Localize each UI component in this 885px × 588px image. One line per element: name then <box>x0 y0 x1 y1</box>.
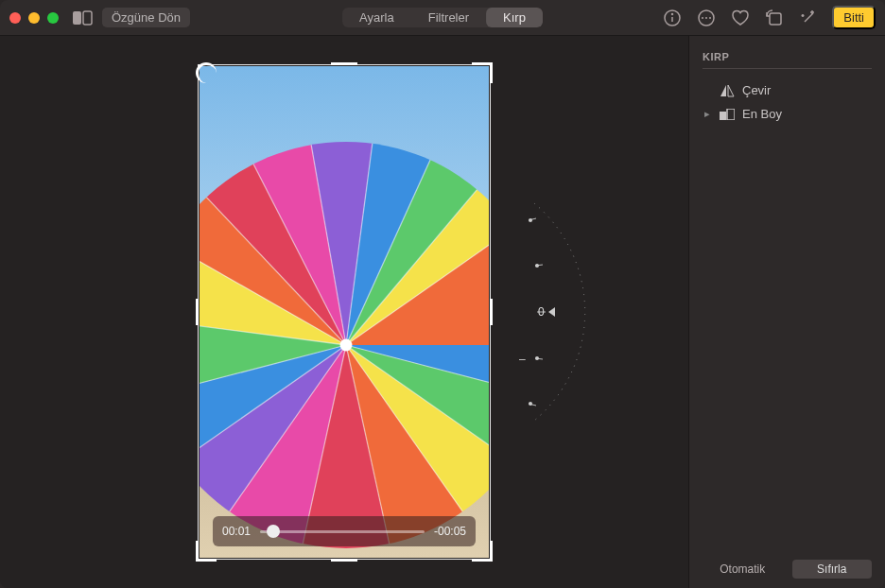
crop-handle-right[interactable] <box>490 299 493 325</box>
chevron-right-icon: ▸ <box>703 108 712 120</box>
auto-button[interactable]: Otomatik <box>703 560 783 579</box>
svg-point-41 <box>535 356 539 360</box>
minimize-window-button[interactable] <box>28 12 40 24</box>
svg-line-10 <box>805 13 813 22</box>
flip-icon <box>720 84 735 97</box>
flip-label: Çevir <box>742 83 771 97</box>
svg-point-7 <box>705 17 707 19</box>
trim-track[interactable] <box>260 530 425 533</box>
tab-adjust[interactable]: Ayarla <box>342 8 411 27</box>
svg-point-40 <box>535 264 539 268</box>
info-icon[interactable] <box>662 8 683 28</box>
close-window-button[interactable] <box>9 12 21 24</box>
titlebar: Özgüne Dön Ayarla Filtreler Kırp Bitti <box>0 0 885 36</box>
trim-remaining: -00:05 <box>434 525 466 538</box>
window-controls <box>9 12 59 24</box>
dial-value: 0 <box>538 305 545 319</box>
crop-handle-tr[interactable] <box>472 62 493 83</box>
crop-handle-tl[interactable] <box>196 62 217 83</box>
sidebar-item-flip[interactable]: Çevir <box>703 78 872 102</box>
dial-pointer-icon <box>548 307 555 317</box>
compare-split-icon[interactable] <box>72 8 93 28</box>
crop-handle-left[interactable] <box>196 299 199 325</box>
dial-value-label: 0 <box>538 305 555 319</box>
auto-enhance-wand-icon[interactable] <box>798 8 819 28</box>
svg-point-8 <box>709 17 711 19</box>
edit-mode-tabs: Ayarla Filtreler Kırp <box>342 8 543 27</box>
tab-filters[interactable]: Filtreler <box>411 8 486 27</box>
photo-preview <box>200 66 489 558</box>
reset-button[interactable]: Sıfırla <box>792 560 873 579</box>
done-button[interactable]: Bitti <box>832 6 876 29</box>
umbrella-graphic <box>200 142 489 548</box>
crop-frame[interactable]: 0 – 00:01 -00:05 <box>198 64 491 560</box>
aspect-label: En Boy <box>742 107 782 121</box>
crop-handle-bottom[interactable] <box>331 559 357 562</box>
svg-rect-9 <box>770 13 781 25</box>
svg-rect-43 <box>720 112 726 120</box>
sidebar-heading: KIRP <box>703 51 872 69</box>
crop-sidebar: KIRP Çevir ▸ En Boy Otomatik Sıfırla <box>688 36 885 588</box>
svg-rect-1 <box>83 11 92 25</box>
favorite-heart-icon[interactable] <box>730 8 751 28</box>
trim-elapsed: 00:01 <box>222 525 251 538</box>
sidebar-footer: Otomatik Sıfırla <box>703 560 872 579</box>
svg-point-6 <box>702 17 703 19</box>
svg-rect-0 <box>73 11 81 25</box>
toolbar-right-group: Bitti <box>662 6 876 29</box>
svg-rect-44 <box>727 109 735 120</box>
aspect-icon <box>720 109 735 120</box>
crop-handle-top[interactable] <box>331 62 357 65</box>
svg-point-39 <box>529 218 532 222</box>
crop-handle-br[interactable] <box>472 541 493 562</box>
canvas-area: 0 – 00:01 -00:05 <box>0 36 688 588</box>
svg-point-42 <box>529 402 532 406</box>
video-trim-bar[interactable]: 00:01 -00:05 <box>213 516 476 546</box>
dial-minus-label: – <box>519 353 526 366</box>
straighten-dial[interactable]: 0 – <box>498 194 555 430</box>
svg-point-4 <box>672 13 673 14</box>
svg-point-33 <box>340 339 353 352</box>
sidebar-item-aspect[interactable]: ▸ En Boy <box>703 102 872 126</box>
more-icon[interactable] <box>696 8 717 28</box>
rotate-icon[interactable] <box>764 8 785 28</box>
trim-playhead[interactable] <box>267 525 280 538</box>
revert-to-original-button[interactable]: Özgüne Dön <box>102 8 190 27</box>
tab-crop[interactable]: Kırp <box>486 8 543 27</box>
fullscreen-window-button[interactable] <box>47 12 59 24</box>
